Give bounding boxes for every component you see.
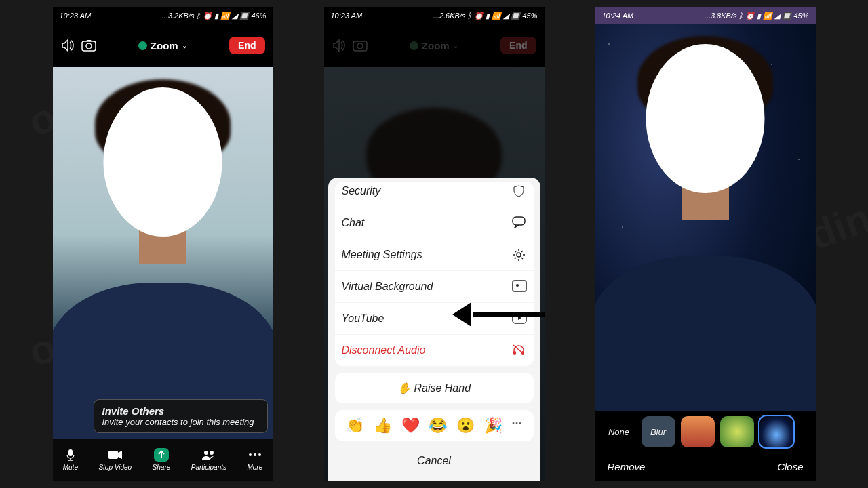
network-speed: ...2.6KB/s [433, 12, 466, 20]
wifi-icon: ◢ [503, 12, 509, 20]
participants-icon [201, 448, 216, 462]
share-icon [154, 448, 169, 462]
camera-switch-icon[interactable] [81, 39, 96, 52]
network-speed: ...3.2KB/s [162, 12, 195, 20]
battery-percent: 45% [522, 12, 537, 20]
menu-security[interactable]: Security [335, 182, 534, 207]
bg-option-earth[interactable] [760, 416, 793, 447]
hand-icon: ✋ [397, 382, 411, 394]
alarm-icon: ⏰ [203, 12, 212, 20]
clock: 10:23 AM [60, 12, 92, 20]
status-bar: 10:23 AM ...2.6KB/s ᛒ ⏰ ▮ 📶 ◢ 🔲 45% [324, 7, 545, 24]
invite-title: Invite Others [102, 405, 259, 417]
participants-button[interactable]: Participants [191, 448, 226, 471]
network-speed: ...3.8KB/s [705, 12, 737, 20]
raise-hand-button[interactable]: ✋ Raise Hand [335, 373, 534, 403]
battery-icon: 🔲 [782, 12, 791, 20]
more-button[interactable]: More [247, 448, 262, 471]
face-redaction [646, 44, 765, 193]
shield-icon [410, 41, 418, 50]
clock: 10:23 AM [331, 12, 363, 20]
svg-point-8 [258, 453, 261, 456]
reaction-clap[interactable]: 👏 [346, 417, 364, 434]
bluetooth-icon: ᛒ [738, 12, 743, 20]
reaction-more[interactable]: ··· [512, 417, 522, 434]
zoom-dropdown: Zoom ⌄ [410, 40, 458, 52]
close-button[interactable]: Close [777, 461, 803, 472]
reaction-wow[interactable]: 😮 [456, 417, 475, 434]
svg-point-7 [254, 453, 256, 456]
menu-youtube[interactable]: YouTube [335, 303, 534, 334]
status-bar: 10:23 AM ...3.2KB/s ᛒ ⏰ ▮ 📶 ◢ 🔲 46% [53, 7, 273, 24]
speaker-icon[interactable] [61, 39, 75, 52]
signal-icon: 📶 [220, 12, 230, 20]
wifi-icon: ◢ [232, 12, 237, 20]
gear-icon [512, 248, 527, 262]
bg-option-bridge[interactable] [681, 416, 715, 447]
video-feed-virtual-bg [595, 24, 816, 411]
clock: 10:24 AM [602, 12, 634, 20]
menu-chat[interactable]: Chat [335, 207, 534, 239]
svg-rect-16 [513, 351, 516, 355]
menu-disconnect-audio[interactable]: Disconnect Audio [335, 335, 534, 366]
background-options-strip: None Blur [595, 411, 816, 452]
share-button[interactable]: Share [153, 448, 171, 471]
bluetooth-icon: ᛒ [467, 12, 472, 20]
battery-icon: 🔲 [511, 12, 520, 20]
svg-point-12 [517, 253, 521, 257]
chevron-down-icon: ⌄ [182, 42, 187, 49]
reaction-laugh[interactable]: 😂 [429, 417, 447, 434]
bg-option-blur[interactable]: Blur [642, 416, 675, 447]
video-feed: Invite Others Invite your contacts to jo… [53, 67, 273, 439]
battery-percent: 46% [251, 12, 266, 20]
status-bar: 10:24 AM ...3.8KB/s ᛒ ⏰ ▮ 📶 ◢ 🔲 45% [595, 7, 816, 24]
more-actions-sheet: Security Chat Meeting Settings Virtual B… [328, 178, 540, 481]
bg-option-none[interactable]: None [602, 416, 636, 447]
svg-rect-11 [513, 217, 525, 225]
wifi-icon: ◢ [774, 12, 780, 20]
signal-icon: 📶 [492, 12, 501, 20]
zoom-dropdown[interactable]: Zoom ⌄ [138, 40, 187, 52]
signal-icon: ▮ [757, 12, 761, 20]
shield-check-icon [512, 184, 527, 198]
bg-option-grass[interactable] [720, 416, 754, 447]
reaction-heart[interactable]: ❤️ [401, 417, 420, 434]
remove-button[interactable]: Remove [608, 461, 646, 472]
screenshot-2: 10:23 AM ...2.6KB/s ᛒ ⏰ ▮ 📶 ◢ 🔲 45% Zoom… [324, 7, 545, 481]
alarm-icon: ⏰ [474, 12, 484, 20]
menu-virtual-background[interactable]: Virtual Background [335, 271, 534, 302]
svg-rect-0 [82, 41, 96, 51]
meeting-top-bar: Zoom ⌄ End [324, 24, 545, 67]
reaction-thumbsup[interactable]: 👍 [374, 417, 392, 434]
signal-icon: ▮ [486, 12, 490, 20]
battery-icon: 🔲 [239, 12, 249, 20]
svg-rect-2 [68, 449, 73, 456]
meeting-toolbar: Mute Stop Video Share Participants More [53, 439, 273, 481]
reaction-party[interactable]: 🎉 [484, 417, 502, 434]
speaker-icon [332, 39, 346, 52]
invite-subtitle: Invite your contacts to join this meetin… [102, 417, 259, 427]
svg-point-6 [249, 453, 252, 456]
mic-icon [63, 448, 78, 462]
signal-icon: ▮ [214, 12, 218, 20]
svg-point-5 [210, 451, 214, 455]
youtube-icon [512, 312, 527, 325]
shield-icon [138, 41, 147, 50]
chevron-down-icon: ⌄ [453, 42, 458, 49]
end-button: End [500, 37, 536, 54]
menu-meeting-settings[interactable]: Meeting Settings [335, 239, 534, 270]
invite-tooltip[interactable]: Invite Others Invite your contacts to jo… [94, 399, 268, 433]
reactions-row: 👏 👍 ❤️ 😂 😮 🎉 ··· [335, 410, 534, 441]
end-button[interactable]: End [229, 37, 264, 54]
headphones-off-icon [512, 344, 527, 357]
stop-video-button[interactable]: Stop Video [98, 448, 132, 471]
bluetooth-icon: ᛒ [196, 12, 201, 20]
meeting-top-bar: Zoom ⌄ End [53, 24, 273, 67]
svg-rect-13 [513, 281, 526, 291]
svg-point-14 [516, 284, 519, 287]
app-name: Zoom [151, 40, 178, 52]
cancel-button[interactable]: Cancel [335, 447, 534, 475]
mute-button[interactable]: Mute [63, 448, 78, 471]
video-icon [108, 448, 123, 462]
screenshot-3: 10:24 AM ...3.8KB/s ᛒ ⏰ ▮ 📶 ◢ 🔲 45% None… [595, 7, 816, 481]
